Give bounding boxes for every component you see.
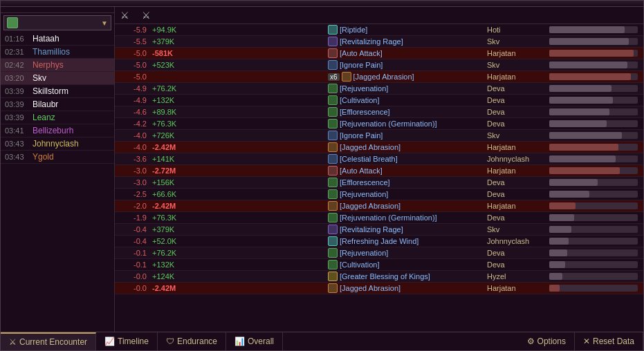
spell-name: [Auto Attack] <box>340 49 383 57</box>
heal-cell: +132K <box>149 95 325 106</box>
spell-cell: [Ignore Pain] <box>325 59 484 71</box>
table-row[interactable]: -4.0 +726K [Ignore Pain] Skv <box>115 130 643 142</box>
player-name: Johnnyclash <box>33 139 79 149</box>
source-cell: Deva <box>484 106 546 118</box>
table-row[interactable]: -4.6 +89.8K [Efflorescence] Deva <box>115 106 643 118</box>
dmg-cell: -3.0 <box>115 165 149 177</box>
spell-cell: [Rejuvenation] <box>325 247 484 259</box>
tab-overall[interactable]: 📊Overall <box>226 332 283 350</box>
player-item[interactable]: 03:20Skv <box>1 72 114 85</box>
bar-cell <box>546 71 643 83</box>
spell-cell-inner: [Ignore Pain] <box>328 131 481 140</box>
dmg-cell: -2.0 <box>115 200 149 212</box>
tab-timeline[interactable]: 📈Timeline <box>96 332 158 350</box>
bar-cell <box>546 259 643 271</box>
source-cell: Hyzel <box>484 271 546 283</box>
spell-cell: [Rejuvenation (Germination)] <box>325 118 484 130</box>
tab-current[interactable]: ⚔Current Encounter <box>1 332 96 350</box>
player-item[interactable]: 02:31Thamillios <box>1 46 114 59</box>
x6-badge: x6 <box>328 73 340 81</box>
spell-icon <box>328 178 338 187</box>
footer-right: ⚙Options✕Reset Data <box>519 332 643 350</box>
table-row[interactable]: -5.9 +94.9K [Riptide] Hoti <box>115 24 643 36</box>
bar-fill <box>549 226 571 233</box>
player-item[interactable]: 02:42Nerphys <box>1 59 114 72</box>
table-row[interactable]: -4.9 +132K [Cultivation] Deva <box>115 95 643 106</box>
table-row[interactable]: -0.0 -2.42M [Jagged Abrasion] Harjatan <box>115 283 643 294</box>
source-cell: Hoti <box>484 24 546 36</box>
spell-name: [Jagged Abrasion] <box>353 73 414 81</box>
table-row[interactable]: -0.4 +52.0K [Refreshing Jade Wind] Johnn… <box>115 236 643 247</box>
source-cell: Skv <box>484 224 546 236</box>
spell-cell: [Rejuvenation (Germination)] <box>325 212 484 224</box>
spell-name: [Revitalizing Rage] <box>340 225 403 234</box>
table-row[interactable]: -5.0 -581K [Auto Attack] Harjatan <box>115 48 643 59</box>
spell-name: [Ignore Pain] <box>340 131 383 140</box>
bar-cell <box>546 212 643 224</box>
spell-icon <box>328 142 338 152</box>
spell-name: [Efflorescence] <box>340 108 390 116</box>
table-row[interactable]: -4.0 -2.42M [Jagged Abrasion] Harjatan <box>115 142 643 153</box>
melee-icon: ⚔ <box>142 10 151 21</box>
player-item[interactable]: 01:16Hataah <box>1 32 114 46</box>
bar-cell <box>546 271 643 283</box>
table-row[interactable]: -0.1 +132K [Cultivation] Deva <box>115 259 643 271</box>
source-cell: Harjatan <box>484 283 546 294</box>
bar-cell <box>546 165 643 177</box>
spell-cell: [Efflorescence] <box>325 106 484 118</box>
table-row[interactable]: -0.0 +124K [Greater Blessing of Kings] H… <box>115 271 643 283</box>
bar-cell <box>546 224 643 236</box>
spell-name: [Cultivation] <box>340 96 379 104</box>
player-item[interactable]: 03:39Skillstorm <box>1 85 114 98</box>
source-cell: Deva <box>484 83 546 95</box>
table-row[interactable]: -0.1 +76.2K [Rejuvenation] Deva <box>115 247 643 259</box>
timeline-tab-label: Timeline <box>118 336 149 346</box>
spell-name: [Greater Blessing of Kings] <box>340 272 430 281</box>
heal-cell: +76.3K <box>149 118 325 130</box>
reset-button[interactable]: ✕Reset Data <box>575 332 643 350</box>
player-item[interactable]: 03:41Bellizeburh <box>1 124 114 137</box>
heal-cell: +66.6K <box>149 189 325 200</box>
table-row[interactable]: -5.5 +379K [Revitalizing Rage] Skv <box>115 36 643 48</box>
segment-header <box>1 7 114 13</box>
table-row[interactable]: -5.0 +523K [Ignore Pain] Skv <box>115 59 643 71</box>
heal-cell: +141K <box>149 153 325 165</box>
player-item[interactable]: 03:43Johnnyclash <box>1 137 114 151</box>
gear-icon: ⚙ <box>527 336 535 346</box>
source-cell: Deva <box>484 177 546 189</box>
table-row[interactable]: -3.0 -2.72M [Auto Attack] Harjatan <box>115 165 643 177</box>
bar-fill <box>549 73 631 80</box>
table-row[interactable]: -2.5 +66.6K [Rejuvenation] Deva <box>115 189 643 200</box>
table-row[interactable]: -1.9 +76.3K [Rejuvenation (Germination)]… <box>115 212 643 224</box>
table-row[interactable]: -2.0 -2.42M [Jagged Abrasion] Harjatan <box>115 200 643 212</box>
table-row[interactable]: -5.0 x6[Jagged Abrasion] Harjatan <box>115 71 643 83</box>
spell-cell: [Rejuvenation] <box>325 83 484 95</box>
source-cell: Deva <box>484 212 546 224</box>
heal-cell: +76.2K <box>149 83 325 95</box>
bar-fill <box>549 155 616 162</box>
source-cell: Deva <box>484 259 546 271</box>
player-name: Thamillios <box>33 47 70 57</box>
endurance-tab-icon: 🛡 <box>166 336 174 346</box>
table-row[interactable]: -3.0 +156K [Efflorescence] Deva <box>115 177 643 189</box>
bar-cell <box>546 236 643 247</box>
player-item[interactable]: 03:39Bilaubr <box>1 98 114 111</box>
bar-bg <box>549 26 638 33</box>
bar-bg <box>549 179 638 186</box>
bar-fill <box>549 38 629 45</box>
bar-fill <box>549 191 589 198</box>
tab-endurance[interactable]: 🛡Endurance <box>158 332 226 350</box>
table-row[interactable]: -0.4 +379K [Revitalizing Rage] Skv <box>115 224 643 236</box>
table-row[interactable]: -4.2 +76.3K [Rejuvenation (Germination)]… <box>115 118 643 130</box>
player-item[interactable]: 03:43Ygold <box>1 151 114 164</box>
table-row[interactable]: -4.9 +76.2K [Rejuvenation] Deva <box>115 83 643 95</box>
table-row[interactable]: -3.6 +141K [Celestial Breath] Johnnyclas… <box>115 153 643 165</box>
character-selector[interactable]: ▼ <box>3 15 111 30</box>
spell-cell: [Revitalizing Rage] <box>325 224 484 236</box>
player-item[interactable]: 03:39Leanz <box>1 111 114 124</box>
bar-fill <box>549 238 569 245</box>
bar-bg <box>549 226 638 233</box>
dmg-cell: -5.9 <box>115 24 149 36</box>
dmg-cell: -3.0 <box>115 177 149 189</box>
options-button[interactable]: ⚙Options <box>519 332 575 350</box>
